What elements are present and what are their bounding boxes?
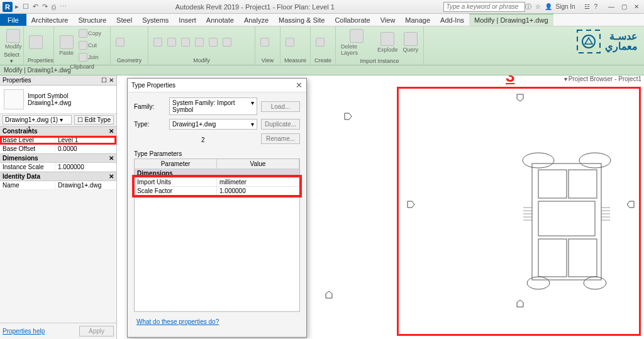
- rotate-icon[interactable]: [181, 38, 190, 47]
- view-group-label: View: [259, 57, 276, 64]
- minimize-button[interactable]: —: [606, 3, 616, 10]
- name-value[interactable]: Drawing1+.dwg: [55, 181, 116, 189]
- undo-icon[interactable]: ↶: [33, 3, 38, 11]
- base-level-value[interactable]: Level 1: [55, 136, 116, 144]
- project-browser-tab[interactable]: ▾ Project Browser - Project1: [564, 75, 641, 82]
- instance-scale-value[interactable]: 1.000000: [55, 163, 116, 171]
- svg-rect-5: [538, 201, 595, 236]
- dialog-title: Type Properties: [131, 82, 175, 89]
- tab-architecture[interactable]: Architecture: [26, 14, 74, 26]
- properties-help-link[interactable]: Properties help: [3, 328, 45, 335]
- elevation-mark-south[interactable]: [516, 299, 525, 308]
- import-group-label: Import Instance: [340, 57, 419, 64]
- dimensions-group-header[interactable]: Dimensions: [135, 169, 299, 177]
- user-icon[interactable]: 👤: [545, 3, 552, 10]
- tab-annotate[interactable]: Annotate: [201, 14, 239, 26]
- type-selector[interactable]: Drawing1+.dwg (1) ▾: [3, 115, 72, 125]
- row-instance-scale[interactable]: Instance Scale 1.000000: [0, 163, 116, 172]
- col-value: Value: [217, 159, 299, 169]
- tab-insert[interactable]: Insert: [174, 14, 201, 26]
- what-do-link[interactable]: What do these properties do?: [136, 318, 219, 325]
- mirror-icon[interactable]: [195, 38, 204, 47]
- import-units-value[interactable]: millimeter: [217, 178, 299, 186]
- tab-addins[interactable]: Add-Ins: [435, 14, 469, 26]
- more-icon[interactable]: ⋯: [60, 3, 67, 11]
- type-thumbnail: [4, 89, 24, 109]
- elevation-mark-north[interactable]: [516, 93, 525, 102]
- tab-modify-context[interactable]: Modify | Drawing1+.dwg: [469, 14, 553, 26]
- file-menu[interactable]: File: [0, 14, 26, 26]
- join-icon[interactable]: [79, 53, 87, 62]
- row-import-units[interactable]: Import Units millimeter: [135, 177, 299, 186]
- copy-icon[interactable]: [79, 29, 87, 38]
- dimensions-group[interactable]: Dimensions: [3, 155, 38, 162]
- delete-layers-icon[interactable]: [350, 29, 364, 43]
- measure-icon[interactable]: [286, 38, 294, 47]
- rename-button[interactable]: Rename...: [261, 133, 300, 144]
- tab-systems[interactable]: Systems: [137, 14, 174, 26]
- family-label: Family:: [134, 103, 165, 110]
- row-base-offset[interactable]: Base Offset 0.0000: [0, 145, 116, 153]
- duplicate-button[interactable]: Duplicate...: [261, 119, 300, 130]
- array-icon[interactable]: [223, 38, 231, 47]
- move-icon[interactable]: [167, 38, 176, 47]
- tab-analyze[interactable]: Analyze: [239, 14, 274, 26]
- properties-icon[interactable]: [29, 35, 43, 49]
- type-combo[interactable]: Drawing1+.dwg▾: [169, 119, 257, 130]
- elevation-mark-west[interactable]: [406, 200, 415, 209]
- search-input[interactable]: [443, 2, 525, 12]
- cart-icon[interactable]: ☳: [584, 3, 590, 10]
- tab-collaborate[interactable]: Collaborate: [330, 14, 375, 26]
- geometry-group-label: Geometry: [114, 57, 144, 64]
- load-button[interactable]: Load...: [261, 101, 300, 112]
- cut-label: Cut: [88, 42, 97, 48]
- cut-icon[interactable]: [79, 41, 87, 50]
- identity-group[interactable]: Identity Data: [3, 173, 40, 180]
- tab-view[interactable]: View: [375, 14, 401, 26]
- select-group-label[interactable]: Select ▾: [4, 51, 19, 64]
- elevation-mark-extra2[interactable]: [325, 291, 333, 299]
- row-name[interactable]: Name Drawing1+.dwg: [0, 181, 116, 190]
- maximize-button[interactable]: ▢: [619, 3, 629, 10]
- constraints-group[interactable]: Constraints: [3, 128, 38, 135]
- print-icon[interactable]: ⎙: [52, 3, 56, 11]
- help-icon[interactable]: ?: [594, 3, 597, 10]
- apply-button[interactable]: Apply: [79, 326, 114, 336]
- dialog-close-icon[interactable]: ✕: [296, 81, 303, 90]
- tab-structure[interactable]: Structure: [73, 14, 111, 26]
- align-icon[interactable]: [153, 38, 162, 47]
- imported-dwg-plan[interactable]: [494, 148, 639, 292]
- row-base-level[interactable]: Base Level Level 1: [0, 136, 116, 145]
- scale-factor-value[interactable]: 1.000000: [217, 187, 299, 195]
- tab-manage[interactable]: Manage: [400, 14, 435, 26]
- paste-label: Paste: [59, 50, 74, 56]
- tab-massing[interactable]: Massing & Site: [274, 14, 330, 26]
- signin-link[interactable]: Sign In: [556, 3, 575, 10]
- edit-type-button[interactable]: ☐ Edit Type: [74, 115, 114, 125]
- open-icon[interactable]: ▸: [15, 3, 19, 11]
- explode-icon[interactable]: [380, 32, 394, 46]
- base-offset-value[interactable]: 0.0000: [55, 145, 116, 153]
- geometry-icon[interactable]: [116, 38, 125, 47]
- tab-steel[interactable]: Steel: [111, 14, 137, 26]
- type-sub: Drawing1+.dwg: [28, 99, 71, 106]
- star-icon[interactable]: ☆: [535, 3, 541, 10]
- join-label: Join: [88, 54, 99, 60]
- quick-access-toolbar[interactable]: ▸ ☐ ↶ ↷ ⎙ ⋯: [15, 3, 67, 11]
- trim-icon[interactable]: [209, 38, 218, 47]
- elevation-mark-extra1[interactable]: [343, 112, 352, 121]
- family-combo[interactable]: System Family: Import Symbol▾: [169, 97, 257, 115]
- row-scale-factor[interactable]: Scale Factor 1.000000: [135, 186, 299, 195]
- close-button[interactable]: ✕: [631, 3, 641, 10]
- save-icon[interactable]: ☐: [23, 3, 29, 11]
- palette-close-icon[interactable]: ☐ ✕: [101, 77, 114, 84]
- redo-icon[interactable]: ↷: [42, 3, 48, 11]
- info-icon[interactable]: ⓘ: [525, 3, 531, 11]
- ribbon: Modify Select ▾ Properties Paste Copy Cu…: [0, 26, 644, 65]
- query-icon[interactable]: [404, 32, 418, 46]
- create-icon[interactable]: [316, 38, 325, 47]
- svg-rect-0: [577, 30, 600, 53]
- view-icon[interactable]: [260, 38, 269, 47]
- modify-tool-icon[interactable]: [6, 29, 20, 43]
- paste-icon[interactable]: [60, 35, 74, 49]
